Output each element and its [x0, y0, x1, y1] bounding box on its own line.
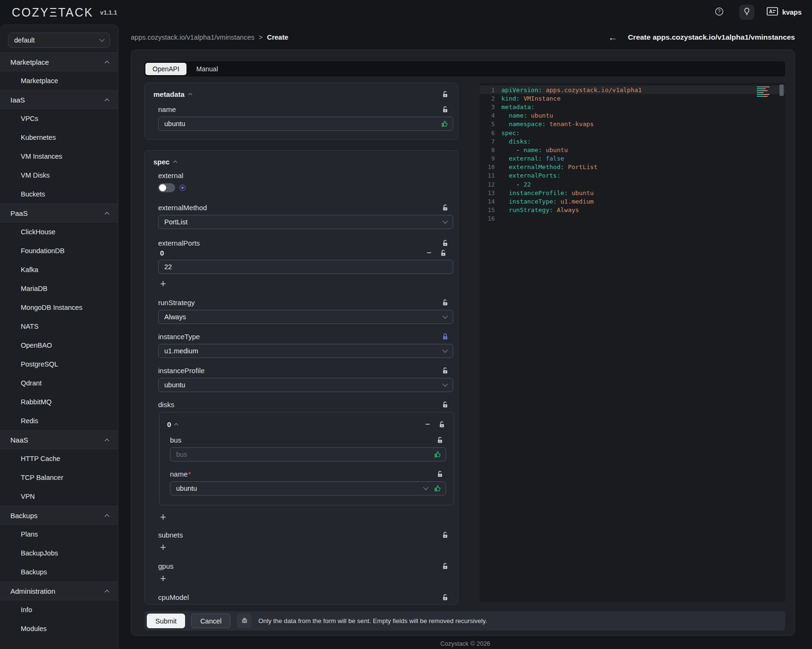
- theme-toggle-button[interactable]: [739, 5, 754, 20]
- metadata-section-header[interactable]: metadata: [153, 89, 452, 99]
- code-text: instanceType: u1.medium: [501, 198, 594, 205]
- disks-lock-icon[interactable]: [442, 401, 448, 408]
- tab-manual[interactable]: Manual: [189, 63, 225, 75]
- externalmethod-value: PortList: [164, 218, 187, 226]
- sidebar-item-kafka[interactable]: Kafka: [0, 260, 118, 279]
- code-text: - name: ubuntu: [501, 146, 568, 154]
- code-line: 6spec:: [480, 128, 785, 137]
- instancetype-lock-icon-locked[interactable]: [442, 333, 448, 340]
- code-text: - 22: [501, 181, 531, 188]
- back-arrow-icon[interactable]: ←: [608, 33, 617, 42]
- add-gpu-button[interactable]: +: [160, 573, 169, 584]
- sidebar-item-rabbitmq[interactable]: RabbitMQ: [0, 393, 118, 411]
- name-lock-icon[interactable]: [442, 106, 448, 113]
- instancetype-field-label: instanceType: [158, 333, 200, 341]
- line-number: 9: [480, 155, 501, 162]
- disks-item-lock-icon[interactable]: [439, 421, 445, 428]
- id-badge-icon: A: [767, 7, 778, 18]
- submit-button[interactable]: Submit: [147, 614, 185, 628]
- line-number: 11: [480, 172, 501, 179]
- breadcrumb-path-link[interactable]: apps.cozystack.io/v1alpha1/vminstances: [131, 34, 254, 41]
- sidebar-group-label: Administration: [10, 587, 55, 595]
- page-title: Create apps.cozystack.io/v1alpha1/vminst…: [628, 33, 795, 42]
- sidebar-item-vm-instances[interactable]: VM Instances: [0, 147, 118, 166]
- sidebar-group-administration[interactable]: Administration: [0, 581, 118, 600]
- spec-section-header[interactable]: spec: [153, 156, 452, 167]
- sidebar-item-redis[interactable]: Redis: [0, 411, 118, 430]
- add-subnet-button[interactable]: +: [160, 542, 169, 553]
- remove-item-button[interactable]: −: [426, 248, 431, 257]
- sidebar-group-iaas[interactable]: IaaS: [0, 90, 118, 109]
- subnets-lock-icon[interactable]: [442, 531, 448, 538]
- sidebar-item-postgresql[interactable]: PostgreSQL: [0, 355, 118, 374]
- metadata-name-input[interactable]: [158, 117, 453, 131]
- sidebar-group-label: Backups: [10, 512, 38, 520]
- debug-button[interactable]: [237, 614, 252, 628]
- gpus-lock-icon[interactable]: [442, 563, 448, 570]
- editor-minimap[interactable]: [757, 86, 773, 105]
- sidebar-item-tcp-balancer[interactable]: TCP Balancer: [0, 468, 118, 487]
- externalmethod-lock-icon[interactable]: [442, 204, 448, 211]
- externalports-0-input[interactable]: [158, 260, 453, 274]
- sidebar-item-vm-disks[interactable]: VM Disks: [0, 166, 118, 185]
- code-text: metadata:: [501, 103, 534, 111]
- sidebar-item-vpn[interactable]: VPN: [0, 487, 118, 506]
- help-button[interactable]: ?: [712, 5, 727, 20]
- sidebar-item-qdrant[interactable]: Qdrant: [0, 374, 118, 393]
- sidebar-item-foundationdb[interactable]: FoundationDB: [0, 241, 118, 260]
- remove-disk-button[interactable]: −: [425, 420, 430, 428]
- collapse-caret-icon: [188, 93, 192, 97]
- sidebar-item-nats[interactable]: NATS: [0, 317, 118, 336]
- sidebar-item-plans[interactable]: Plans: [0, 525, 118, 544]
- editor-scrollbar[interactable]: [779, 84, 784, 601]
- sidebar-group-paas[interactable]: PaaS: [0, 204, 118, 222]
- sidebar-item-clickhouse[interactable]: ClickHouse: [0, 222, 118, 241]
- app-logo[interactable]: COZYΞTACK: [12, 6, 93, 19]
- instancetype-select[interactable]: u1.medium: [158, 344, 453, 358]
- sidebar-group-naas[interactable]: NaaS: [0, 430, 118, 449]
- metadata-lock-icon[interactable]: [442, 91, 448, 98]
- diskname-select[interactable]: ubuntu: [170, 481, 446, 495]
- sidebar-item-backupjobs[interactable]: BackupJobs: [0, 544, 118, 563]
- bus-input[interactable]: [170, 447, 446, 461]
- externalports-item-lock-icon[interactable]: [440, 249, 447, 256]
- sidebar-item-openbao[interactable]: OpenBAO: [0, 336, 118, 355]
- runstrategy-lock-icon[interactable]: [442, 299, 448, 306]
- runstrategy-select[interactable]: Always: [158, 310, 453, 324]
- sidebar-item-modules[interactable]: Modules: [0, 619, 118, 638]
- externalmethod-select[interactable]: PortList: [158, 215, 453, 229]
- sidebar-item-mongodb-instances[interactable]: MongoDB Instances: [0, 298, 118, 317]
- sidebar-group-marketplace[interactable]: Marketplace: [0, 52, 118, 71]
- line-number: 16: [480, 215, 501, 222]
- sidebar-item-marketplace[interactable]: Marketplace: [0, 71, 118, 90]
- diskname-lock-icon[interactable]: [437, 470, 443, 478]
- actions-bar: Submit Cancel Only the data from the for…: [144, 611, 785, 631]
- sidebar-item-buckets[interactable]: Buckets: [0, 185, 118, 204]
- instanceprofile-select[interactable]: ubuntu: [158, 378, 453, 392]
- externalports-lock-icon[interactable]: [442, 239, 448, 247]
- instanceprofile-lock-icon[interactable]: [442, 367, 448, 374]
- scrollbar-thumb[interactable]: [779, 85, 784, 96]
- app-version: v1.1.1: [100, 9, 117, 16]
- cpumodel-lock-icon[interactable]: [442, 594, 448, 601]
- tab-openapi[interactable]: OpenAPI: [145, 63, 186, 75]
- namespace-select[interactable]: default: [8, 33, 110, 48]
- yaml-editor[interactable]: 1apiVersion: apps.cozystack.io/v1alpha12…: [480, 83, 785, 602]
- add-disk-button[interactable]: +: [160, 512, 169, 522]
- sidebar-group-backups[interactable]: Backups: [0, 506, 118, 525]
- sidebar-item-http-cache[interactable]: HTTP Cache: [0, 449, 118, 468]
- sidebar-item-info[interactable]: Info: [0, 600, 118, 619]
- default-value-icon[interactable]: [179, 185, 186, 191]
- external-toggle[interactable]: [158, 183, 175, 192]
- sidebar-item-backups[interactable]: Backups: [0, 563, 118, 581]
- user-menu[interactable]: A kvaps: [767, 7, 802, 18]
- add-externalport-button[interactable]: +: [160, 279, 169, 289]
- cancel-button[interactable]: Cancel: [191, 614, 230, 628]
- sidebar-group-label: Marketplace: [10, 58, 49, 66]
- sidebar-item-vpcs[interactable]: VPCs: [0, 109, 118, 128]
- sidebar-item-mariadb[interactable]: MariaDB: [0, 279, 118, 298]
- disks-item-header[interactable]: 0 −: [167, 419, 447, 429]
- cpumodel-field-label: cpuModel: [158, 593, 189, 601]
- bus-lock-icon[interactable]: [437, 436, 443, 444]
- sidebar-item-kubernetes[interactable]: Kubernetes: [0, 128, 118, 147]
